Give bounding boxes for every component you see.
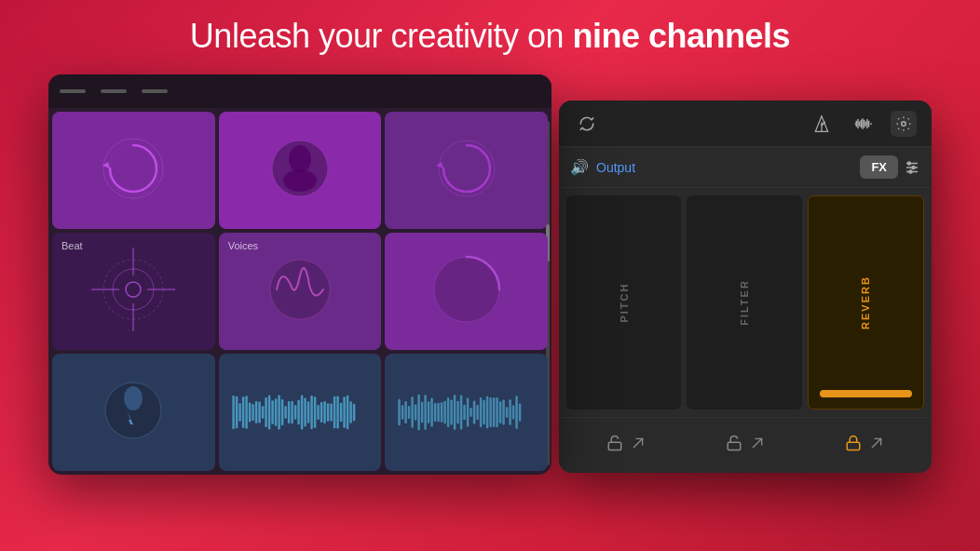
svg-rect-84 xyxy=(486,396,489,429)
pitch-label: PITCH xyxy=(619,283,630,323)
pad-visual-r3c2 xyxy=(219,354,382,471)
svg-rect-65 xyxy=(425,395,428,429)
svg-rect-56 xyxy=(352,404,355,421)
output-left: 🔊 Output xyxy=(570,158,635,176)
svg-rect-91 xyxy=(510,399,512,424)
svg-rect-77 xyxy=(464,405,467,420)
svg-rect-40 xyxy=(300,396,303,430)
pad-visual-r1c3 xyxy=(415,117,518,223)
svg-rect-46 xyxy=(320,402,322,423)
svg-rect-92 xyxy=(512,406,515,420)
svg-rect-19 xyxy=(232,396,235,429)
svg-rect-35 xyxy=(284,406,287,419)
svg-rect-83 xyxy=(483,400,486,425)
fx-strip-reverb[interactable]: REVERB xyxy=(808,195,924,410)
ctrl-group-2 xyxy=(726,435,765,456)
svg-rect-70 xyxy=(441,402,443,423)
unlock-icon-1[interactable] xyxy=(606,435,623,456)
svg-rect-22 xyxy=(241,396,244,428)
svg-line-121 xyxy=(872,438,880,447)
svg-rect-42 xyxy=(306,401,309,423)
svg-rect-61 xyxy=(412,396,415,427)
svg-rect-118 xyxy=(728,442,741,450)
fx-strip-filter[interactable]: FILTER xyxy=(687,195,801,410)
svg-rect-89 xyxy=(503,399,506,424)
svg-rect-80 xyxy=(473,400,476,423)
svg-rect-55 xyxy=(349,401,352,423)
lock-icon[interactable] xyxy=(845,435,862,456)
diag-arrow-icon-1[interactable] xyxy=(631,436,646,455)
svg-rect-37 xyxy=(291,401,293,424)
right-top-bar xyxy=(559,101,932,147)
bottom-controls xyxy=(559,417,932,473)
eq-button[interactable] xyxy=(904,155,920,179)
svg-rect-54 xyxy=(346,396,348,430)
svg-rect-75 xyxy=(457,401,460,423)
svg-point-18 xyxy=(124,386,143,410)
svg-rect-85 xyxy=(490,397,493,427)
svg-rect-73 xyxy=(451,399,454,424)
svg-rect-57 xyxy=(399,399,402,426)
svg-rect-88 xyxy=(499,401,502,423)
svg-rect-51 xyxy=(336,396,339,429)
pad-r2c3[interactable] xyxy=(385,233,548,350)
speaker-icon: 🔊 xyxy=(570,158,589,176)
pad-visual-r1c2 xyxy=(249,117,351,223)
pad-r1c2[interactable] xyxy=(219,112,382,229)
top-bar-icons-right xyxy=(809,111,917,137)
pad-grid: /* drawn below */ // generate radial bar… xyxy=(48,108,551,475)
svg-rect-47 xyxy=(323,401,326,423)
svg-rect-39 xyxy=(297,400,300,424)
svg-rect-60 xyxy=(408,406,411,419)
svg-rect-38 xyxy=(293,405,296,420)
pad-r1c3[interactable] xyxy=(385,112,548,229)
header-bold-text: nine channels xyxy=(573,17,791,55)
svg-rect-82 xyxy=(480,397,483,427)
output-label: Output xyxy=(596,160,635,175)
waveform-icon[interactable] xyxy=(850,111,876,137)
svg-rect-94 xyxy=(519,404,522,422)
fx-button[interactable]: FX xyxy=(860,155,898,179)
pad-visual-r2c3 xyxy=(415,238,518,344)
svg-rect-34 xyxy=(280,399,283,425)
reload-icon[interactable] xyxy=(574,111,600,137)
top-bar-dot-1 xyxy=(60,89,86,93)
pad-r3c3[interactable] xyxy=(385,354,548,471)
pad-visual-r2c2 xyxy=(249,238,351,344)
svg-point-113 xyxy=(912,166,915,168)
svg-rect-49 xyxy=(330,404,333,422)
diag-arrow-icon-3[interactable] xyxy=(869,436,884,455)
pad-beat-label: Beat xyxy=(61,240,83,251)
svg-rect-62 xyxy=(415,404,417,420)
svg-rect-90 xyxy=(506,407,509,417)
fx-strip-pitch[interactable]: PITCH xyxy=(566,195,681,410)
top-bar-icons-left xyxy=(574,111,600,137)
top-bar-dot-2 xyxy=(101,89,127,93)
pad-r2c2[interactable]: Voices xyxy=(219,233,382,350)
pad-r1c1[interactable]: /* drawn below */ // generate radial bar… xyxy=(52,112,215,229)
radial-bottom-r3c1 xyxy=(60,447,152,464)
svg-rect-74 xyxy=(454,395,456,429)
svg-rect-30 xyxy=(267,396,270,430)
pad-r3c1[interactable] xyxy=(52,354,215,471)
filter-label: FILTER xyxy=(739,279,750,326)
left-panel: /* drawn below */ // generate radial bar… xyxy=(48,74,551,475)
svg-point-2 xyxy=(108,145,158,195)
reverb-label: REVERB xyxy=(860,276,871,329)
main-ui: /* drawn below */ // generate radial bar… xyxy=(48,74,932,475)
svg-rect-68 xyxy=(434,403,437,422)
svg-rect-53 xyxy=(343,396,346,427)
svg-rect-20 xyxy=(235,396,238,429)
pad-r2c1[interactable]: Beat xyxy=(52,233,215,350)
metronome-icon[interactable] xyxy=(809,111,835,137)
pad-visual-r3c3 xyxy=(385,354,548,471)
settings-icon[interactable] xyxy=(891,111,917,137)
svg-rect-41 xyxy=(304,397,306,426)
right-panel: 🔊 Output FX P xyxy=(559,101,932,473)
svg-rect-79 xyxy=(470,408,473,416)
diag-arrow-icon-2[interactable] xyxy=(750,436,765,455)
svg-rect-116 xyxy=(608,442,621,450)
unlock-icon-2[interactable] xyxy=(726,435,742,456)
pad-r3c2[interactable] xyxy=(219,354,382,471)
svg-rect-64 xyxy=(421,402,424,423)
